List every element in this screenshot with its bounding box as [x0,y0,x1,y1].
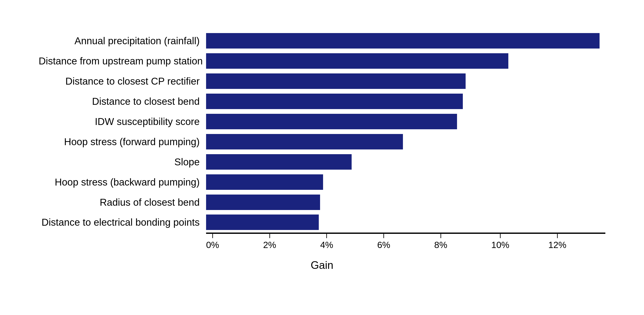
bar-row: Distance to electrical bonding points [39,212,605,232]
bar-row: Hoop stress (backward pumping) [39,172,605,192]
bar-track [206,33,605,48]
x-tick: 12% [548,234,566,250]
bar-fill [206,53,508,69]
x-tick-line [500,234,500,238]
bar-track [206,114,605,129]
x-axis-container: 0%2%4%6%8%10%12% [206,233,605,255]
x-tick-label: 2% [263,240,276,250]
bar-label: Hoop stress (backward pumping) [39,176,206,188]
x-axis-title: Gain [39,259,605,272]
bar-track [206,134,605,150]
bar-label: Distance to electrical bonding points [39,216,206,228]
bar-row: Distance from upstream pump station [39,51,605,71]
chart-container: Annual precipitation (rainfall)Distance … [22,18,622,297]
bar-track [206,53,605,69]
bar-row: Distance to closest bend [39,92,605,111]
bar-row: Slope [39,152,605,172]
x-tick: 4% [320,234,333,250]
x-tick-label: 12% [548,240,566,250]
x-tick-label: 6% [377,240,390,250]
x-tick: 6% [377,234,390,250]
bar-label: Distance to closest bend [39,96,206,107]
bar-label: Radius of closest bend [39,196,206,208]
bar-track [206,214,605,230]
bar-fill [206,134,403,150]
x-tick-line [384,234,384,238]
bar-row: Annual precipitation (rainfall) [39,31,605,50]
x-tick: 10% [491,234,510,250]
bar-label: Annual precipitation (rainfall) [39,35,206,46]
bar-fill [206,33,600,48]
x-tick-label: 8% [434,240,447,250]
bar-label: Hoop stress (forward pumping) [39,136,206,148]
bar-fill [206,74,466,89]
bar-label: Slope [39,156,206,168]
x-tick-line [557,234,558,238]
chart-body: Annual precipitation (rainfall)Distance … [39,31,605,272]
bar-track [206,74,605,89]
bar-fill [206,214,319,230]
bar-label: IDW susceptibility score [39,116,206,127]
bar-track [206,194,605,210]
bar-label: Distance to closest CP rectifier [39,75,206,87]
x-tick: 2% [263,234,276,250]
x-axis-ticks: 0%2%4%6%8%10%12% [206,234,605,255]
x-tick-line [326,234,327,238]
bar-row: Hoop stress (forward pumping) [39,132,605,152]
bar-fill [206,94,463,109]
bar-track [206,94,605,109]
bar-row: Distance to closest CP rectifier [39,72,605,91]
bar-track [206,174,605,190]
bar-fill [206,174,323,190]
x-tick-label: 0% [206,240,219,250]
bar-fill [206,194,320,210]
bar-fill [206,114,457,129]
bar-label: Distance from upstream pump station [39,55,206,67]
bar-row: IDW susceptibility score [39,112,605,131]
bar-row: Radius of closest bend [39,192,605,212]
x-tick: 8% [434,234,447,250]
bars-section: Annual precipitation (rainfall)Distance … [39,31,605,232]
bar-track [206,154,605,170]
x-tick-line [440,234,441,238]
x-tick: 0% [206,234,219,250]
x-tick-line [270,234,270,238]
x-tick-label: 4% [320,240,333,250]
x-tick-line [212,234,213,238]
bar-fill [206,154,352,170]
x-tick-label: 10% [491,240,510,250]
